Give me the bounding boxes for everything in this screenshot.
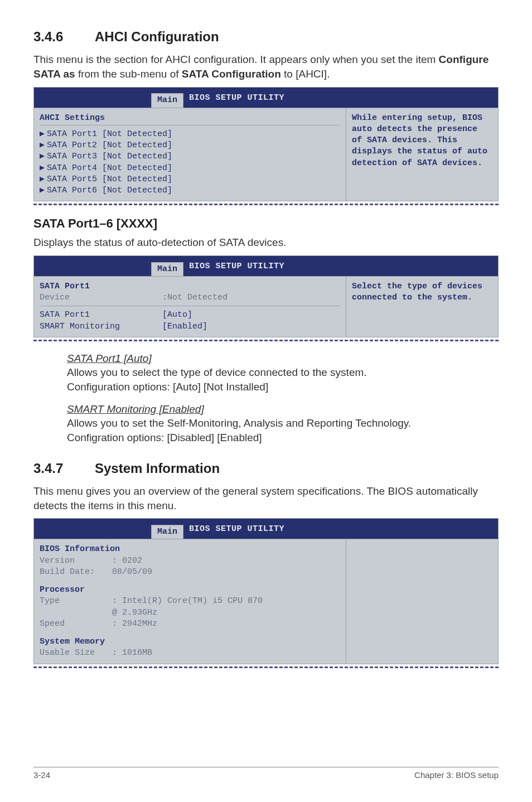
section-heading-346: 3.4.6AHCI Configuration (33, 28, 499, 46)
bios-info-value: : Intel(R) Core(TM) i5 CPU 870 (112, 596, 263, 607)
page-number: 3-24 (33, 770, 50, 781)
bios-menu-text: SATA Port5 [Not Detected] (47, 175, 172, 184)
page-footer: 3-24 Chapter 3: BIOS setup (33, 767, 499, 781)
section-intro-347: This menu gives you an overview of the g… (33, 484, 499, 513)
arrow-icon: ▶ (40, 129, 47, 139)
bios-info-key: Usable Size (40, 648, 112, 659)
section-title: System Information (95, 461, 220, 476)
bios-menu-item[interactable]: ▶SATA Port2 [Not Detected] (40, 140, 340, 151)
bios-panel-sata-port: Main BIOS SETUP UTILITY SATA Port1 Devic… (33, 255, 499, 337)
bios-panel-ahci: Main BIOS SETUP UTILITY AHCI Settings ▶S… (33, 87, 499, 202)
bios-info-row: @ 2.93GHz (40, 607, 340, 619)
bios-tab-main[interactable]: Main (151, 93, 183, 107)
bios-tab-main[interactable]: Main (151, 525, 183, 539)
section-number: 3.4.7 (33, 460, 95, 477)
bios-menu-item[interactable]: ▶SATA Port5 [Not Detected] (40, 174, 340, 185)
bios-info-key: Speed (40, 619, 112, 630)
bios-help-pane (346, 539, 498, 663)
bios-header: Main BIOS SETUP UTILITY (34, 256, 498, 276)
option-config: Configration options: [Disabled] [Enable… (67, 432, 262, 443)
section-intro-346: This menu is the section for AHCI config… (33, 52, 499, 81)
bios-header: Main BIOS SETUP UTILITY (34, 88, 498, 108)
bios-title: BIOS SETUP UTILITY (183, 93, 498, 104)
option-config: Configuration options: [Auto] [Not Insta… (67, 381, 268, 393)
bios-info-group: Processor (40, 584, 340, 596)
intro-bold: SATA Configuration (182, 68, 281, 80)
bios-info-row: Type: Intel(R) Core(TM) i5 CPU 870 (40, 596, 340, 607)
bios-info-value: @ 2.93GHz (112, 607, 157, 619)
arrow-icon: ▶ (40, 152, 47, 161)
bios-info-value: : 1016MB (112, 648, 152, 659)
option-desc: Allows you to set the Self-Monitoring, A… (67, 417, 411, 429)
bios-info-row: Usable Size: 1016MB (40, 648, 340, 659)
bios-title: BIOS SETUP UTILITY (183, 261, 498, 272)
bios-info-key: Build Date: (40, 567, 112, 578)
bios-menu-item[interactable]: ▶SATA Port1 [Not Detected] (40, 129, 340, 140)
arrow-icon: ▶ (40, 141, 47, 150)
option-title: SATA Port1 [Auto] (67, 352, 152, 364)
bios-header: Main BIOS SETUP UTILITY (34, 519, 498, 539)
bios-option-value: [Auto] (162, 310, 192, 321)
bios-option-row[interactable]: SMART Monitoring [Enabled] (40, 321, 340, 332)
chapter-label: Chapter 3: BIOS setup (414, 770, 499, 781)
bios-menu-text: SATA Port3 [Not Detected] (47, 152, 172, 161)
bios-option-value: [Enabled] (162, 321, 207, 332)
bios-info-value: : 0202 (112, 555, 142, 567)
bios-left-pane: AHCI Settings ▶SATA Port1 [Not Detected]… (34, 108, 346, 201)
arrow-icon: ▶ (40, 163, 47, 173)
bios-help-pane: Select the type of devices connected to … (346, 277, 498, 337)
arrow-icon: ▶ (40, 175, 47, 184)
dashed-separator (33, 340, 499, 341)
option-description-block: SATA Port1 [Auto] Allows you to select t… (33, 351, 499, 445)
bios-option-key: SATA Port1 (40, 310, 162, 321)
bios-panel-sysinfo: Main BIOS SETUP UTILITY BIOS Information… (33, 518, 499, 664)
section-number: 3.4.6 (33, 28, 95, 46)
section-title: AHCI Configuration (95, 29, 219, 44)
option-title: SMART Monitoring [Enabled] (67, 403, 204, 415)
bios-field-key: Device (40, 292, 162, 303)
bios-help-pane: While entering setup, BIOS auto detects … (346, 108, 498, 201)
bios-info-key: Version (40, 555, 112, 567)
bios-menu-text: SATA Port4 [Not Detected] (47, 163, 172, 173)
bios-info-group: BIOS Information (40, 544, 340, 555)
subsection-heading-sata: SATA Port1–6 [XXXX] (33, 215, 499, 232)
bios-info-row: Build Date:08/05/09 (40, 567, 340, 578)
bios-info-key (40, 607, 112, 619)
bios-info-group: System Memory (40, 636, 340, 648)
intro-part: from the sub-menu of (75, 68, 182, 80)
bios-option-key: SMART Monitoring (40, 321, 162, 332)
section-heading-347: 3.4.7System Information (33, 460, 499, 477)
bios-field-device: Device :Not Detected (40, 292, 340, 306)
arrow-icon: ▶ (40, 186, 47, 195)
bios-title: BIOS SETUP UTILITY (183, 524, 498, 535)
intro-part: This menu is the section for AHCI config… (33, 54, 439, 65)
bios-info-key: Type (40, 596, 112, 607)
subsection-intro-sata: Displays the status of auto-detection of… (33, 235, 499, 250)
bios-menu-item[interactable]: ▶SATA Port4 [Not Detected] (40, 163, 340, 174)
dashed-separator (33, 204, 499, 205)
bios-left-pane: SATA Port1 Device :Not Detected SATA Por… (34, 277, 346, 337)
bios-menu-item[interactable]: ▶SATA Port3 [Not Detected] (40, 151, 340, 162)
bios-group-label: SATA Port1 (40, 281, 340, 292)
bios-left-pane: BIOS Information Version: 0202 Build Dat… (34, 539, 346, 663)
bios-info-row: Speed: 2942MHz (40, 619, 340, 630)
bios-info-value: : 2942MHz (112, 619, 157, 630)
bios-menu-text: SATA Port1 [Not Detected] (47, 129, 172, 139)
dashed-separator (33, 666, 499, 668)
bios-info-row: Version: 0202 (40, 555, 340, 567)
bios-option-row[interactable]: SATA Port1 [Auto] (40, 310, 340, 321)
bios-tab-main[interactable]: Main (151, 262, 183, 276)
intro-part: to [AHCI]. (281, 68, 330, 80)
bios-menu-text: SATA Port2 [Not Detected] (47, 141, 172, 150)
bios-menu-text: SATA Port6 [Not Detected] (47, 186, 172, 195)
bios-info-value: 08/05/09 (112, 567, 152, 578)
bios-menu-item[interactable]: ▶SATA Port6 [Not Detected] (40, 185, 340, 196)
bios-group-label: AHCI Settings (40, 113, 340, 125)
option-desc: Allows you to select the type of device … (67, 366, 367, 378)
bios-field-value: :Not Detected (162, 292, 228, 303)
